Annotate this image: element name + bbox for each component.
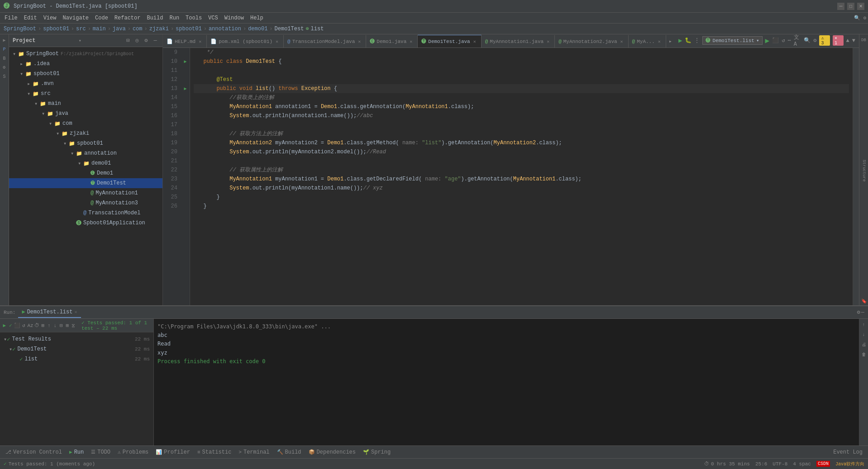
panel-icon-scroll-from-source[interactable]: ◎ [134,37,141,44]
rerun-test-button[interactable]: ▶ [2,322,7,330]
right-icon-structure[interactable]: Structure [860,157,868,185]
tree-item-idea[interactable]: ▸ 📁 .idea [9,59,162,69]
settings-gear-icon[interactable]: ⚙ [813,37,816,44]
breadcrumb-zjzaki[interactable]: zjzaki [149,26,169,32]
collapse-panel-icon[interactable]: ▲ [846,38,849,44]
panel-icon-hide[interactable]: ─ [152,37,159,44]
sort-duration-button[interactable]: ⏱ [34,322,39,330]
tab-myannotation2[interactable]: @ MyAnnotation2.java ✕ [555,35,628,47]
tree-item-spboot01application[interactable]: ▸ 🅢 Spboot01Application [9,218,162,228]
more-actions-icon[interactable]: ⋯ [787,37,791,44]
filter-btn[interactable]: ⧖ [71,322,76,330]
tree-item-springboot[interactable]: ▾ 📁 SpringBoot F:/zjzakiProject/SpringBo… [9,49,162,59]
bottom-collapse-icon[interactable]: ─ [861,309,864,316]
left-icon-4[interactable]: ⚙ [0,63,9,71]
tree-item-demo1[interactable]: ▸ 🅒 Demo1 [9,168,162,178]
toolbar-problems[interactable]: ⚠ Problems [116,448,150,456]
test-item-list[interactable]: ▸ ✓ list 22 ms [0,354,153,364]
bottom-tab-demo1test[interactable]: ▶ Demo1Test.list ✕ [18,307,81,318]
status-logo-java[interactable]: Java软件方向 [835,461,864,467]
tab-demo1[interactable]: 🅒 Demo1.java ✕ [366,35,418,47]
status-indent[interactable]: 4 spac [793,461,811,467]
toolbar-dependencies[interactable]: 📦 Dependencies [307,448,358,456]
left-icon-3[interactable]: B [0,54,9,62]
menu-vcs[interactable]: VCS [205,14,221,22]
menu-navigate[interactable]: Navigate [60,14,91,22]
tree-item-myannotation3[interactable]: ▸ @ MyAnnotation3 [9,198,162,208]
tab-close-help-md[interactable]: ✕ [197,39,203,44]
expand-panel-icon[interactable]: ▼ [852,38,855,44]
stop-test-button[interactable]: ⬛ [14,322,20,330]
warning-badge[interactable]: ⚠ 3 [819,35,830,46]
left-icon-1[interactable]: ▶ [0,36,9,44]
search-everywhere-icon[interactable]: 🔍 [854,15,860,21]
tab-close-demo1[interactable]: ✕ [408,39,414,44]
menu-edit[interactable]: Edit [21,14,40,22]
tab-help-md[interactable]: 📄 HELP.md ✕ [163,35,207,47]
status-time[interactable]: ⏱ 0 hrs 35 mins [704,461,750,467]
toolbar-todo[interactable]: ☰ TODO [89,448,112,456]
breadcrumb-spboot01[interactable]: spboot01 [43,26,69,32]
translate-icon[interactable]: 文A [794,34,801,47]
expand-all-btn[interactable]: ⊞ [65,322,70,330]
toolbar-version-control[interactable]: ⎇ Version Control [4,448,64,456]
test-item-results[interactable]: ▾ ✓ Test Results 22 ms [0,334,153,344]
toolbar-build[interactable]: 🔨 Build [275,448,303,456]
status-cursor[interactable]: 25:6 [755,461,767,467]
menu-code[interactable]: Code [92,14,111,22]
tree-item-zjzaki[interactable]: ▾ 📁 zjzaki [9,128,162,138]
tree-item-demo1test[interactable]: ▸ 🅣 Demo1Test [9,178,162,188]
menu-view[interactable]: View [41,14,59,22]
menu-help[interactable]: Help [248,14,266,22]
breadcrumb-list[interactable]: list [311,26,324,32]
tab-close-pom-xml[interactable]: ✕ [274,39,280,44]
editor-scrollbar[interactable] [853,48,859,305]
tab-close-myannotation2[interactable]: ✕ [619,39,625,44]
error-badge[interactable]: ✕ 1 [833,35,844,46]
console-scroll-up[interactable]: ↑ [860,321,868,329]
tab-mya-more[interactable]: @ MyA... ✕ [629,35,666,47]
tree-item-myannotation1[interactable]: ▸ @ MyAnnotation1 [9,188,162,198]
status-encoding[interactable]: UTF-8 [773,461,787,467]
toolbar-event-log[interactable]: Event Log [831,448,864,456]
menu-window[interactable]: Window [222,14,247,22]
breadcrumb-springboot[interactable]: SpringBoot [4,26,36,32]
breadcrumb-java[interactable]: java [113,26,126,32]
tab-myannotation1[interactable]: @ MyAnnotation1.java ✕ [482,35,555,47]
tab-close-transcation[interactable]: ✕ [357,39,362,44]
import-button[interactable]: ↓ [52,322,57,330]
breadcrumb-com[interactable]: com [133,26,143,32]
close-button[interactable]: ✕ [857,3,864,10]
rerun-button[interactable]: ↺ [782,37,785,44]
tree-item-annotation[interactable]: ▾ 📁 annotation [9,148,162,158]
sort-alpha-button[interactable]: Az [27,322,33,330]
toolbar-statistic[interactable]: ≡ Statistic [196,448,233,456]
run-test-check[interactable]: ✓ [8,322,13,330]
breadcrumb-main[interactable]: main [93,26,106,32]
left-icon-2[interactable]: P [0,45,9,53]
tree-item-mvn[interactable]: ▸ 📁 .mvn [9,79,162,89]
group-button[interactable]: ⊞ [40,322,45,330]
menu-refactor[interactable]: Refactor [112,14,143,22]
rerun-failed-button[interactable]: ↺ [21,322,26,330]
menu-run[interactable]: Run [167,14,182,22]
stop-button[interactable]: ⬛ [772,37,779,44]
menu-file[interactable]: File [2,14,20,22]
minimize-button[interactable]: ─ [837,3,844,10]
console-clear[interactable]: 🗑 [860,351,868,359]
toolbar-spring[interactable]: 🌱 Spring [361,448,392,456]
breadcrumb-spboot01-2[interactable]: spboot01 [176,26,202,32]
tab-transcation-model[interactable]: @ TranscationModel.java ✕ [284,35,366,47]
tree-item-main[interactable]: ▾ 📁 main [9,99,162,109]
tree-item-transcationmodel[interactable]: ▸ @ TranscationModel [9,208,162,218]
tab-close-mya[interactable]: ✕ [657,39,662,44]
tab-close-demo1test[interactable]: ✕ [472,39,477,44]
tab-overflow-menu[interactable]: ▸ [666,35,675,47]
tree-item-java-folder[interactable]: ▾ 📁 java [9,109,162,118]
search-icon[interactable]: 🔍 [804,37,811,44]
tree-item-demo01[interactable]: ▾ 📁 demo01 [9,158,162,168]
console-print[interactable]: 🖨 [860,341,868,349]
play-button[interactable]: ▶ [765,36,770,45]
run-config-button[interactable]: 🅣 Demo1Test.list ▾ [702,36,762,45]
tab-close-myannotation1[interactable]: ✕ [545,39,551,44]
